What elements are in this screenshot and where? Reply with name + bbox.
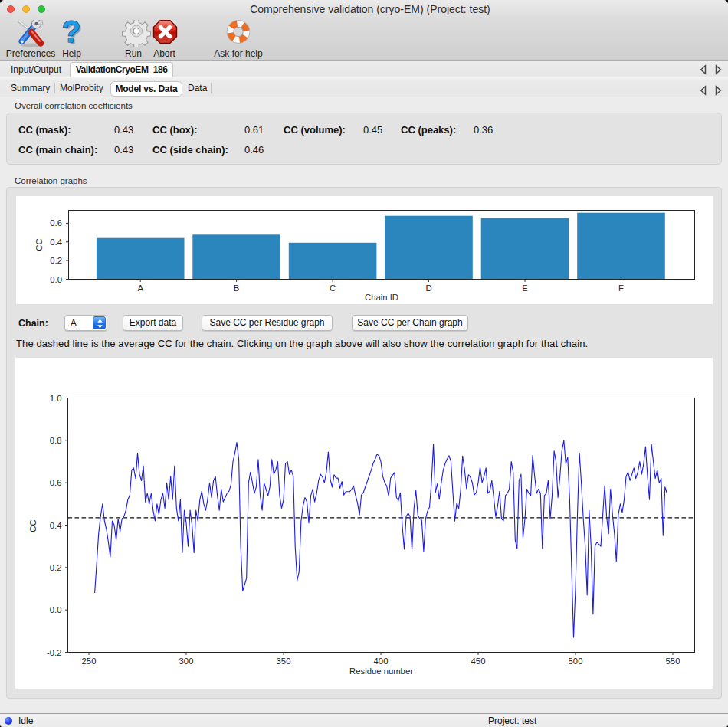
svg-text:250: 250 bbox=[82, 657, 97, 666]
svg-text:D: D bbox=[425, 283, 431, 293]
svg-text:?: ? bbox=[62, 20, 80, 47]
svg-text:400: 400 bbox=[374, 657, 389, 666]
svg-text:CC: CC bbox=[28, 519, 38, 532]
svg-text:Chain ID: Chain ID bbox=[365, 293, 398, 302]
svg-text:C: C bbox=[330, 283, 336, 293]
svg-text:550: 550 bbox=[666, 657, 680, 666]
svg-text:-0.2: -0.2 bbox=[47, 648, 61, 657]
svg-text:350: 350 bbox=[277, 657, 291, 666]
svg-text:0.4: 0.4 bbox=[50, 521, 62, 530]
svg-text:F: F bbox=[618, 283, 624, 293]
svg-text:0.2: 0.2 bbox=[50, 563, 62, 572]
svg-text:0.8: 0.8 bbox=[50, 436, 62, 445]
svg-text:0.0: 0.0 bbox=[50, 275, 62, 284]
svg-text:0.6: 0.6 bbox=[50, 478, 62, 487]
svg-text:Residue number: Residue number bbox=[349, 666, 413, 676]
svg-text:0.2: 0.2 bbox=[50, 256, 62, 265]
svg-text:0.6: 0.6 bbox=[50, 218, 62, 228]
svg-text:0.0: 0.0 bbox=[50, 605, 62, 614]
svg-text:B: B bbox=[234, 283, 240, 293]
svg-text:450: 450 bbox=[471, 657, 486, 666]
svg-text:1.0: 1.0 bbox=[50, 394, 62, 403]
svg-text:A: A bbox=[137, 283, 143, 293]
svg-text:500: 500 bbox=[569, 657, 583, 666]
svg-text:E: E bbox=[522, 283, 528, 293]
svg-text:CC: CC bbox=[34, 238, 44, 251]
svg-text:0.4: 0.4 bbox=[50, 237, 62, 247]
svg-text:300: 300 bbox=[179, 657, 194, 666]
